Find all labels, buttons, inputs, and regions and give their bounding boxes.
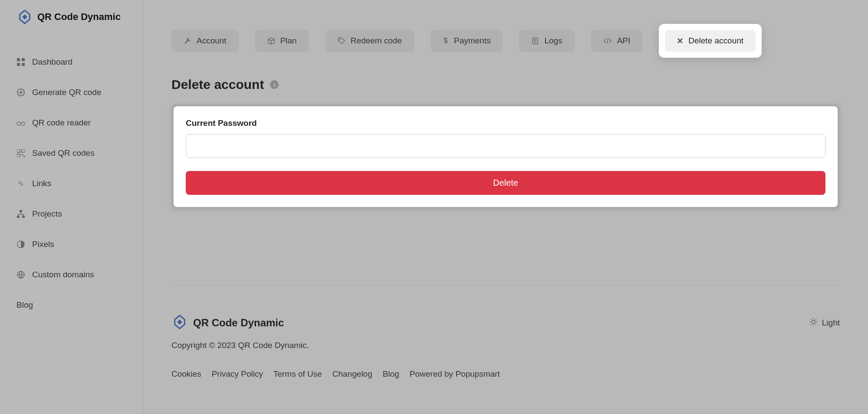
- tag-icon: [338, 37, 345, 45]
- svg-point-20: [812, 320, 815, 324]
- tab-delete-account[interactable]: Delete account: [665, 30, 756, 52]
- tab-active-container: Delete account: [659, 24, 762, 58]
- footer-brand-name: QR Code Dynamic: [193, 317, 284, 329]
- footer-link-powered[interactable]: Powered by Popupsmart: [410, 369, 500, 379]
- svg-rect-9: [17, 154, 20, 157]
- svg-rect-10: [22, 154, 23, 155]
- tab-label: Logs: [544, 36, 562, 46]
- globe-icon: [16, 270, 25, 279]
- svg-rect-12: [20, 210, 22, 212]
- sidebar-item-label: Links: [32, 179, 51, 188]
- qr-icon: [16, 149, 25, 158]
- footer-link-cookies[interactable]: Cookies: [171, 369, 201, 379]
- brand-name: QR Code Dynamic: [37, 11, 121, 23]
- theme-toggle[interactable]: Light: [809, 318, 840, 329]
- code-icon: [603, 37, 612, 45]
- svg-rect-2: [17, 63, 20, 66]
- svg-rect-13: [17, 216, 20, 218]
- tab-api[interactable]: API: [591, 30, 643, 52]
- copyright: Copyright © 2023 QR Code Dynamic.: [171, 341, 840, 350]
- sidebar-item-label: Dashboard: [32, 57, 72, 67]
- plus-circle-icon: [16, 88, 25, 97]
- sidebar-item-reader[interactable]: QR code reader: [0, 108, 143, 138]
- svg-rect-14: [22, 216, 25, 218]
- tab-payments[interactable]: $ Payments: [431, 30, 503, 52]
- dollar-icon: $: [443, 37, 449, 45]
- sidebar-item-label: QR code reader: [32, 118, 91, 128]
- svg-rect-0: [17, 58, 20, 61]
- sidebar: QR Code Dynamic Dashboard Generate QR co…: [0, 0, 143, 414]
- svg-rect-8: [22, 149, 25, 152]
- account-tabs: Account Plan Redeem code $ Payments: [171, 24, 840, 58]
- footer-links: Cookies Privacy Policy Terms of Use Chan…: [171, 369, 840, 379]
- sidebar-item-label: Generate QR code: [32, 88, 101, 97]
- footer-link-changelog[interactable]: Changelog: [332, 369, 372, 379]
- page-title-row: Delete account i: [171, 77, 840, 92]
- footer-logo[interactable]: QR Code Dynamic: [171, 314, 284, 332]
- sidebar-item-label: Blog: [16, 300, 33, 310]
- svg-point-17: [339, 39, 341, 40]
- box-icon: [267, 37, 275, 45]
- brand-logo-icon: [171, 314, 188, 332]
- footer: QR Code Dynamic Light Copyright © 2023 Q…: [171, 314, 840, 379]
- main-content: Account Plan Redeem code $ Payments: [143, 0, 868, 414]
- wrench-icon: [184, 37, 191, 45]
- circle-half-icon: [16, 240, 25, 249]
- svg-point-5: [17, 122, 20, 125]
- theme-label: Light: [822, 318, 840, 328]
- info-icon[interactable]: i: [270, 80, 279, 89]
- sidebar-item-label: Saved QR codes: [32, 148, 95, 158]
- tab-logs[interactable]: Logs: [519, 30, 574, 52]
- sidebar-item-pixels[interactable]: Pixels: [0, 229, 143, 260]
- tab-label: Account: [197, 36, 227, 46]
- sidebar-item-projects[interactable]: Projects: [0, 199, 143, 229]
- tab-redeem[interactable]: Redeem code: [326, 30, 414, 52]
- svg-rect-11: [23, 156, 25, 157]
- tab-plan[interactable]: Plan: [255, 30, 309, 52]
- sidebar-item-label: Custom domains: [32, 270, 94, 279]
- sun-icon: [809, 318, 818, 329]
- tab-account[interactable]: Account: [171, 30, 239, 52]
- svg-text:$: $: [444, 37, 448, 44]
- delete-button[interactable]: Delete: [186, 171, 825, 195]
- sidebar-item-generate[interactable]: Generate QR code: [0, 77, 143, 108]
- tab-label: API: [617, 36, 631, 46]
- page-title: Delete account: [171, 77, 264, 92]
- tab-label: Redeem code: [351, 36, 402, 46]
- tab-label: Delete account: [688, 36, 743, 46]
- footer-link-privacy[interactable]: Privacy Policy: [212, 369, 263, 379]
- brand-logo-icon: [16, 9, 33, 25]
- tab-label: Payments: [454, 36, 490, 46]
- sidebar-item-dashboard[interactable]: Dashboard: [0, 47, 143, 77]
- password-label: Current Password: [186, 118, 825, 128]
- sidebar-item-domains[interactable]: Custom domains: [0, 260, 143, 290]
- delete-card-wrapper: Current Password Delete: [171, 104, 840, 209]
- svg-rect-3: [22, 63, 25, 66]
- svg-rect-7: [17, 149, 20, 152]
- diagram-icon: [16, 210, 25, 218]
- tab-label: Plan: [280, 36, 297, 46]
- current-password-input[interactable]: [186, 134, 825, 158]
- scroll-icon: [531, 37, 539, 45]
- sidebar-item-label: Projects: [32, 209, 62, 219]
- grid-icon: [16, 58, 25, 66]
- sidebar-item-links[interactable]: Links: [0, 168, 143, 199]
- footer-link-terms[interactable]: Terms of Use: [273, 369, 322, 379]
- sidebar-item-label: Pixels: [32, 240, 54, 249]
- sidebar-item-blog[interactable]: Blog: [0, 290, 143, 320]
- footer-link-blog[interactable]: Blog: [383, 369, 399, 379]
- svg-rect-1: [22, 58, 25, 61]
- footer-divider: [171, 285, 840, 286]
- delete-card: Current Password Delete: [174, 106, 838, 207]
- link-icon: [16, 179, 25, 188]
- logo[interactable]: QR Code Dynamic: [0, 9, 143, 25]
- glasses-icon: [16, 118, 25, 127]
- svg-point-6: [21, 122, 25, 125]
- times-icon: [677, 38, 683, 44]
- sidebar-item-saved[interactable]: Saved QR codes: [0, 138, 143, 168]
